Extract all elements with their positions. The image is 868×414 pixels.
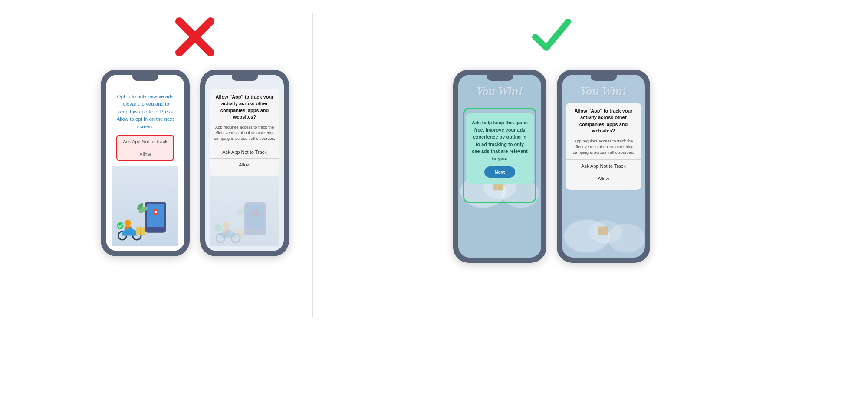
- dialog-desc-2: App requires access to track the effecti…: [214, 124, 275, 142]
- phone-1-illustration: [112, 166, 178, 246]
- svg-rect-30: [598, 227, 608, 235]
- phone-2-illustration: [210, 176, 279, 246]
- pre-perm-overlay-good: Ads help keep this game free. Improve yo…: [466, 113, 534, 184]
- svg-point-3: [155, 211, 157, 213]
- system-dialog-good: Allow "App" to track your activity acros…: [566, 103, 641, 190]
- pre-permission-box: Opt in to only receive ads relevant to y…: [112, 88, 178, 166]
- phone-2-bad: Allow "App" to track your activity acros…: [200, 70, 289, 256]
- ask-not-track-btn-4[interactable]: Ask App Not to Track: [570, 160, 637, 172]
- svg-point-12: [117, 222, 123, 229]
- phone-1-notch: [132, 75, 158, 81]
- you-win-text-4: You Win!: [562, 81, 645, 100]
- good-mark: [530, 13, 573, 56]
- system-dialog-bad: Allow "App" to track your activity acros…: [210, 89, 279, 176]
- svg-point-15: [252, 210, 258, 216]
- phone-4-notch: [591, 75, 617, 81]
- pre-permission-text: Opt in to only receive ads relevant to y…: [116, 93, 174, 130]
- bad-phones-row: Opt in to only receive ads relevant to y…: [101, 70, 289, 256]
- ask-not-track-btn-2[interactable]: Ask App Not to Track: [214, 146, 275, 158]
- svg-point-17: [223, 222, 230, 229]
- cloud-svg-4: [562, 190, 645, 258]
- phone-2-content: Allow "App" to track your activity acros…: [205, 81, 284, 251]
- phone-3-notch: [487, 75, 513, 81]
- delivery-svg: [112, 196, 178, 244]
- phone-4-good: You Win! Allow "App" to track your activ…: [557, 70, 650, 263]
- phone-3-good: You Win! Ads help keep this game free. I…: [453, 70, 546, 263]
- main-container: Opt in to only receive ads relevant to y…: [0, 0, 868, 414]
- delivery-illustration: [112, 166, 178, 246]
- phone-1-content: Opt in to only receive ads relevant to y…: [106, 81, 184, 251]
- svg-rect-21: [235, 229, 244, 237]
- allow-btn-1[interactable]: Allow: [117, 148, 173, 160]
- dialog-title-4: Allow "App" to track your activity acros…: [570, 108, 637, 135]
- ask-not-track-btn-1[interactable]: Ask App Not to Track: [117, 136, 173, 148]
- allow-btn-4[interactable]: Allow: [570, 172, 637, 185]
- section-divider: [312, 13, 313, 317]
- phone-1-bad: Opt in to only receive ads relevant to y…: [101, 70, 190, 256]
- dialog-desc-4: App requires access to track the effecti…: [570, 138, 637, 156]
- svg-point-22: [215, 224, 222, 231]
- bad-permission-buttons: Ask App Not to Track Allow: [116, 135, 174, 161]
- bad-section: Opt in to only receive ads relevant to y…: [86, 13, 303, 256]
- phone-4-screen: You Win! Allow "App" to track your activ…: [562, 75, 645, 258]
- delivery-svg-2: [210, 198, 279, 246]
- phone-3-screen: You Win! Ads help keep this game free. I…: [458, 75, 541, 258]
- phone-1-screen: Opt in to only receive ads relevant to y…: [106, 75, 184, 251]
- svg-rect-1: [147, 204, 164, 227]
- phone-2-screen: Allow "App" to track your activity acros…: [205, 75, 284, 251]
- you-win-text-3: You Win!: [458, 81, 541, 100]
- allow-btn-2[interactable]: Allow: [214, 159, 275, 171]
- phone-2-notch: [232, 75, 258, 81]
- dialog-title-2: Allow "App" to track your activity acros…: [214, 94, 275, 121]
- bad-mark: [171, 13, 219, 61]
- phone-4-illustration: [562, 190, 645, 258]
- good-phones-row: You Win! Ads help keep this game free. I…: [453, 70, 650, 263]
- checkmark-svg: [530, 13, 573, 56]
- svg-point-6: [125, 220, 131, 226]
- good-section: You Win! Ads help keep this game free. I…: [322, 13, 782, 263]
- svg-rect-14: [246, 205, 264, 229]
- next-button[interactable]: Next: [484, 166, 516, 178]
- overlay-text: Ads help keep this game free. Improve yo…: [471, 119, 529, 162]
